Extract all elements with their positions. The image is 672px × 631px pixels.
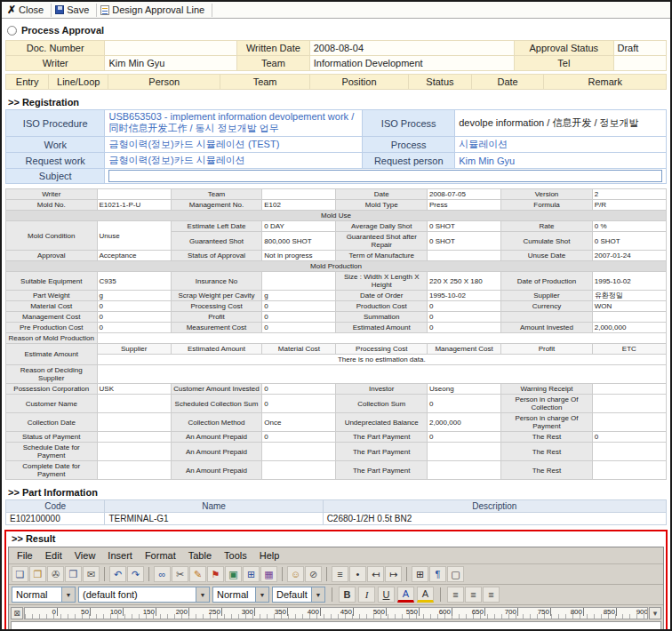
field-value: C2680-1/2H 0.5t BN2 [323, 513, 666, 525]
field-label: Scrap Weight per Cavity [171, 291, 262, 301]
ruler-mark: 200 [156, 608, 189, 616]
fullscreen-icon[interactable]: ▢ [447, 566, 464, 582]
mail-icon[interactable]: ✉ [83, 566, 100, 582]
menu-insert[interactable]: Insert [101, 549, 139, 562]
indent-icon[interactable]: ↦ [385, 566, 402, 582]
flag-icon[interactable]: ⚑ [207, 566, 224, 582]
menu-tools[interactable]: Tools [218, 549, 253, 562]
ruler-mark: 100 [91, 608, 124, 616]
cut-icon[interactable]: ✂ [172, 566, 188, 582]
new-document-icon[interactable]: ❏ [12, 566, 28, 582]
field-value[interactable]: USB653503 - implement information devolp… [105, 110, 363, 137]
field-value: devolpe information / 信息开发 / 정보개발 [455, 110, 667, 137]
section-band: Mold Use [6, 211, 667, 221]
field-label: Part Weight [6, 291, 98, 301]
bullet-list-icon[interactable]: • [349, 566, 366, 582]
field-value: 800,000 SHOT [262, 232, 336, 251]
redo-icon[interactable]: ↷ [127, 566, 144, 582]
outdent-icon[interactable]: ↤ [367, 566, 384, 582]
chart-icon[interactable]: ▦ [260, 566, 277, 582]
underline-button[interactable]: U [378, 587, 395, 603]
field-label: The Rest [501, 461, 593, 480]
align-left-icon[interactable]: ≡ [447, 587, 464, 603]
field-label: Mold Type [336, 200, 428, 211]
numbered-list-icon[interactable]: ≡ [332, 566, 348, 582]
field-value[interactable]: Kim Min Gyu [455, 153, 667, 169]
ruler-mark: 500 [354, 608, 387, 616]
ruler-mark: 800 [551, 608, 584, 616]
print-icon[interactable]: ✇ [47, 566, 64, 582]
ruler-mark: 750 [518, 608, 551, 616]
field-value: Not in progress [262, 251, 336, 261]
ruler-scroll-icon[interactable]: ▾ [649, 607, 661, 619]
menu-help[interactable]: Help [253, 549, 286, 562]
menu-format[interactable]: Format [139, 549, 182, 562]
align-center-icon[interactable]: ≡ [465, 587, 482, 603]
tab-selector-icon[interactable]: ⊠ [11, 607, 23, 619]
erase-icon[interactable]: ⊘ [305, 566, 322, 582]
field-value: 0 [262, 312, 336, 323]
field-label: Process [363, 137, 455, 153]
menu-file[interactable]: File [11, 549, 39, 562]
font-family-value: (default font) [83, 589, 138, 600]
field-label: Person [108, 75, 220, 90]
field-label: The Part Payment [336, 432, 428, 443]
show-paragraph-icon[interactable]: ¶ [429, 566, 446, 582]
field-label: Entry [6, 75, 49, 90]
field-label: Management No. [171, 200, 262, 211]
field-value: WON [592, 301, 666, 312]
field-label: Rate [501, 221, 593, 232]
field-value: 0 [97, 323, 171, 333]
special-character-icon[interactable]: ☺ [287, 566, 304, 582]
field-value: 0 SHOT [428, 232, 501, 251]
align-right-icon[interactable]: ≡ [483, 587, 500, 603]
italic-button[interactable]: I [358, 587, 375, 603]
insert-table-icon[interactable]: ⊞ [412, 566, 428, 582]
link-icon[interactable]: ∞ [154, 566, 171, 582]
subject-input[interactable] [108, 170, 662, 182]
field-value: Unuse [97, 221, 171, 251]
editor-canvas[interactable] [11, 621, 661, 631]
ruler: ⊠ 05010015020025030035040045050055060065… [9, 605, 663, 621]
field-label: Reason of Mold Production [6, 333, 98, 344]
menu-view[interactable]: View [68, 549, 102, 562]
close-button[interactable]: ✗ Close [4, 4, 52, 17]
save-button-label: Save [67, 4, 89, 15]
table-icon[interactable]: ⊞ [243, 566, 260, 582]
field-value[interactable]: E102 [262, 200, 336, 211]
field-label: Cumulate Shot [501, 232, 593, 251]
image-icon[interactable]: ▣ [225, 566, 242, 582]
pencil-icon[interactable]: ✎ [189, 566, 206, 582]
font-family-select[interactable]: (default font) ▼ [78, 587, 210, 603]
font-color-button[interactable]: A [397, 587, 414, 603]
highlight-button[interactable]: A [417, 587, 434, 603]
menu-edit[interactable]: Edit [39, 549, 68, 562]
field-value[interactable]: 시뮬레이션 [455, 137, 667, 153]
field-value[interactable]: 금형이력(정보)카드 시뮬레이션 (TEST) [105, 137, 363, 153]
design-approval-line-button[interactable]: Design Approval Line [97, 4, 212, 17]
font-size-select[interactable]: Normal ▼ [212, 587, 269, 603]
style-default-value: Default [276, 589, 308, 600]
open-file-icon[interactable]: ❐ [29, 566, 46, 582]
process-approval-radio[interactable] [7, 26, 17, 36]
field-value[interactable]: 금형이력(정보)카드 시뮬레이션 [105, 153, 363, 169]
field-value: 유환정밀 [592, 291, 666, 301]
field-value [262, 443, 336, 461]
field-label: The Part Payment [336, 461, 428, 480]
field-value [592, 384, 666, 395]
menu-table[interactable]: Table [182, 549, 218, 562]
field-value: E102100000 [6, 513, 105, 525]
save-button[interactable]: Save [52, 4, 97, 17]
field-value [97, 443, 171, 461]
print-preview-icon[interactable]: ❒ [65, 566, 82, 582]
style-default-select[interactable]: Default ▼ [272, 587, 325, 603]
field-value: Useong [428, 384, 501, 395]
ruler-mark: 450 [321, 608, 354, 616]
ruler-scale: 0501001502002503003504004505005506006507… [24, 607, 648, 619]
field-value: 0 [428, 301, 501, 312]
field-label: An Amount Prepaid [171, 443, 262, 461]
bold-button[interactable]: B [339, 587, 356, 603]
undo-icon[interactable]: ↶ [109, 566, 126, 582]
field-value [97, 189, 171, 200]
paragraph-style-select[interactable]: Normal ▼ [12, 587, 76, 603]
